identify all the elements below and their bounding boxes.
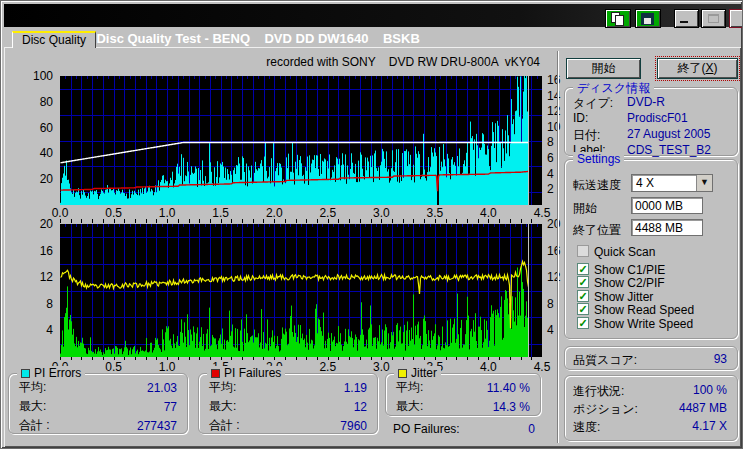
tab-label: Disc Quality [22, 33, 86, 47]
end-position-input[interactable] [631, 219, 703, 236]
axis-tick-label: 2 [547, 182, 554, 196]
speed-label: 転送速度 [573, 177, 621, 194]
tab-disc-quality[interactable]: Disc Quality [12, 31, 96, 48]
axis-tick-label: 1.0 [159, 360, 176, 374]
axis-tick-label: 2.5 [319, 206, 336, 220]
show-c1-pie-checkbox[interactable]: ✓ [577, 263, 589, 275]
exit-button[interactable]: 終了(X) [657, 58, 738, 79]
stat-row: 平均:1.19 [199, 378, 377, 397]
axis-tick-label: 60 [40, 121, 53, 135]
axis-tick-label: 1.0 [159, 206, 176, 220]
show-write-speed-checkbox[interactable]: ✓ [577, 317, 589, 329]
axis-tick-label: 8 [547, 135, 554, 149]
po-failures-value: 0 [528, 422, 535, 436]
stat-row: 平均:11.40 % [386, 378, 540, 397]
bottom-chart-top-ticks [60, 219, 542, 223]
jitter-stats-box: Jitter 平均:11.40 % 最大:14.3 % [385, 373, 541, 416]
minimize-button[interactable] [674, 9, 699, 28]
quality-score-label: 品質スコア: [573, 353, 637, 367]
stat-row: 最大:14.3 % [386, 397, 540, 416]
axis-tick-label: 3.0 [373, 206, 390, 220]
minimize-icon [680, 21, 688, 23]
settings-title: Settings [573, 152, 624, 166]
pi-errors-legend-swatch [21, 369, 30, 378]
axis-tick-label: 80 [40, 95, 53, 109]
progress-row: 進行状況:100 % [573, 383, 727, 397]
bottom-chart-x-axis: 0.00.51.01.52.02.53.03.54.04.5 [60, 360, 542, 372]
quality-score-row: 品質スコア: 93 [573, 352, 727, 366]
progress-row: 速度:4.17 X [573, 419, 727, 433]
progress-row: ポジション:4487 MB [573, 401, 727, 415]
maximize-icon [708, 14, 719, 23]
save-icon [641, 13, 654, 25]
po-failures-label: PO Failures: [393, 422, 460, 436]
stat-row: 合計 :277437 [9, 416, 187, 435]
axis-tick-label: 8 [46, 297, 53, 311]
disc-info-row: タイプ:DVD-R [573, 95, 729, 109]
axis-tick-label: 6 [547, 151, 554, 165]
axis-tick-label: 12 [40, 270, 53, 284]
axis-tick-label: 16 [40, 244, 53, 258]
axis-tick-label: 20 [40, 217, 53, 231]
axis-tick-label: 100 [33, 69, 53, 83]
pi-failures-title: PI Failures [224, 366, 281, 380]
disc-info-box: ディスク情報 タイプ:DVD-R ID:ProdiscF01 日付:27 Aug… [564, 87, 738, 156]
axis-tick-label: 4.5 [534, 360, 551, 374]
titlebar[interactable]: CD Speed : Disc Quality Test - BENQ DVD … [4, 4, 741, 27]
start-position-input[interactable] [631, 197, 703, 214]
start-button[interactable]: 開始 [566, 58, 641, 79]
disc-info-row: 日付:27 August 2005 [573, 127, 729, 141]
start-position-label: 開始 [573, 200, 597, 217]
panel-divider [557, 51, 559, 443]
jitter-title: Jitter [411, 366, 437, 380]
axis-tick-label: 2.5 [319, 360, 336, 374]
copy-to-clipboard-button[interactable] [605, 9, 631, 28]
settings-box: Settings 転送速度 4 X ▼ 開始 終了位置 Quick Scan ✓… [564, 159, 738, 339]
top-chart-x-axis: 0.00.51.01.52.02.53.03.54.04.5 [60, 206, 542, 218]
pi-errors-stats-box: PI Errors 平均:21.03 最大:77 合計 :277437 [8, 373, 188, 434]
quick-scan-checkbox[interactable] [577, 245, 589, 257]
stat-row: 合計 :7960 [199, 416, 377, 435]
speed-value: 4 X [636, 176, 654, 190]
axis-tick-label: 2.0 [266, 206, 283, 220]
end-position-label: 終了位置 [573, 222, 621, 239]
disc-info-row: ID:ProdiscF01 [573, 111, 729, 125]
axis-tick-label: 4 [46, 323, 53, 337]
axis-tick-label: 3.0 [373, 360, 390, 374]
quality-score-box: 品質スコア: 93 [564, 346, 738, 370]
axis-tick-label: 8 [547, 297, 554, 311]
progress-box: 進行状況:100 % ポジション:4487 MB 速度:4.17 X [564, 375, 738, 441]
save-button[interactable] [635, 9, 661, 28]
top-chart-y-axis-left: 10080604020 [29, 76, 55, 205]
axis-tick-label: 4.0 [480, 206, 497, 220]
stat-row: 最大:12 [199, 397, 377, 416]
axis-tick-label: 4.0 [480, 360, 497, 374]
pi-failures-stats-box: PI Failures 平均:1.19 最大:12 合計 :7960 [198, 373, 378, 434]
po-failures-row: PO Failures: 0 [393, 422, 535, 436]
bottom-chart-y-axis-left: 20161284 [29, 224, 55, 357]
maximize-button[interactable] [701, 9, 726, 28]
show-jitter-checkbox[interactable]: ✓ [577, 290, 589, 302]
close-button[interactable]: ✕ [729, 9, 743, 28]
axis-tick-label: 3.5 [427, 206, 444, 220]
axis-tick-label: 0.5 [105, 360, 122, 374]
recorded-with-text: recorded with SONY DVD RW DRU-800A vKY04 [266, 55, 540, 69]
app-window: CD Speed : Disc Quality Test - BENQ DVD … [0, 0, 743, 449]
axis-tick-label: 1.5 [212, 206, 229, 220]
speed-select[interactable]: 4 X ▼ [631, 174, 713, 192]
chevron-down-icon[interactable]: ▼ [696, 175, 712, 191]
show-read-speed-checkbox[interactable]: ✓ [577, 303, 589, 315]
pi-errors-title: PI Errors [34, 366, 81, 380]
axis-tick-label: 4 [547, 167, 554, 181]
pi-failures-legend-swatch [211, 369, 220, 378]
show-c2-pif-checkbox[interactable]: ✓ [577, 276, 589, 288]
jitter-legend-swatch [398, 369, 407, 378]
axis-tick-label: 40 [40, 146, 53, 160]
quality-score-value: 93 [714, 352, 727, 366]
axis-tick-label: 0.5 [105, 206, 122, 220]
stat-row: 最大:77 [9, 397, 187, 416]
pi-errors-chart [60, 76, 542, 205]
axis-tick-label: 20 [40, 172, 53, 186]
pi-failures-jitter-chart [60, 224, 542, 357]
stat-row: 平均:21.03 [9, 378, 187, 397]
